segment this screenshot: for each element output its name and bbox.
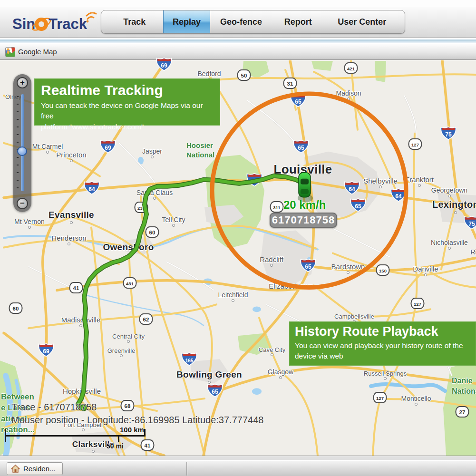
realtime-banner-text-2: platform “www.sinotracker.com” xyxy=(41,122,214,132)
zoom-in-button[interactable]: + xyxy=(17,77,28,88)
taskbar-app-button[interactable]: Residen... xyxy=(7,462,63,475)
home-icon xyxy=(11,465,20,473)
map-title-bar: Google Map xyxy=(0,43,476,60)
scale-km-label: 100 km xyxy=(120,426,144,434)
google-map-icon xyxy=(5,47,15,57)
zoom-slider-handle[interactable] xyxy=(17,146,27,156)
nav-user-center[interactable]: User Center xyxy=(324,10,400,33)
zoom-slider-track[interactable] xyxy=(21,94,24,191)
nav-geo-fence[interactable]: Geo-fence xyxy=(210,10,272,33)
app-window: Sin Track Track Replay Geo-fence Report … xyxy=(0,0,476,476)
nav-replay[interactable]: Replay xyxy=(163,10,211,33)
history-banner-title: History Route Playback xyxy=(295,324,470,339)
logo-wifi-icon xyxy=(87,13,96,23)
scale-tick-mi xyxy=(118,435,119,442)
main-nav: Track Replay Geo-fence Report User Cente… xyxy=(101,10,405,34)
window-top-strip xyxy=(0,0,476,7)
zoom-out-button[interactable]: − xyxy=(17,198,28,209)
zoom-slider-ticks xyxy=(17,96,19,189)
history-banner-text-2: device via web xyxy=(295,351,470,361)
nav-report[interactable]: Report xyxy=(272,10,324,33)
window-bottom-strip xyxy=(0,456,476,460)
logo-text-track: Track xyxy=(49,16,87,32)
realtime-banner-title: Realtime Tracking xyxy=(41,82,214,98)
realtime-banner-text-1: You can teack the device on Google Maps … xyxy=(41,100,214,122)
map-title: Google Map xyxy=(18,48,57,56)
mouse-position-line: Mouser position - Longitude:-86.169985 L… xyxy=(11,415,263,426)
trace-status-line: Trace - 6170718758 xyxy=(11,402,97,413)
header-accent-strip xyxy=(0,39,476,43)
scale-mi-label: 50 mi xyxy=(107,442,124,450)
history-playback-banner: History Route Playback You can view and … xyxy=(289,321,476,366)
scale-tick-left xyxy=(5,429,6,442)
logo-text-sin: Sin xyxy=(12,16,35,32)
taskbar-app-label: Residen... xyxy=(23,465,56,473)
map-scale-bar: 100 km 50 mi xyxy=(4,425,151,453)
history-banner-text-1: You can view and playback your history r… xyxy=(295,340,470,351)
sinotrack-logo: Sin Track xyxy=(12,12,107,35)
realtime-tracking-banner: Realtime Tracking You can teack the devi… xyxy=(34,78,220,126)
speed-label: 20 km/h xyxy=(283,198,326,212)
scale-tick-km xyxy=(144,429,146,436)
taskbar: Residen... xyxy=(0,460,476,476)
nav-track[interactable]: Track xyxy=(106,10,163,33)
scale-line xyxy=(5,435,146,437)
taskbar-separator xyxy=(186,462,187,476)
map-zoom-slider: + − xyxy=(13,74,31,212)
device-id-label: 6170718758 xyxy=(270,213,337,228)
